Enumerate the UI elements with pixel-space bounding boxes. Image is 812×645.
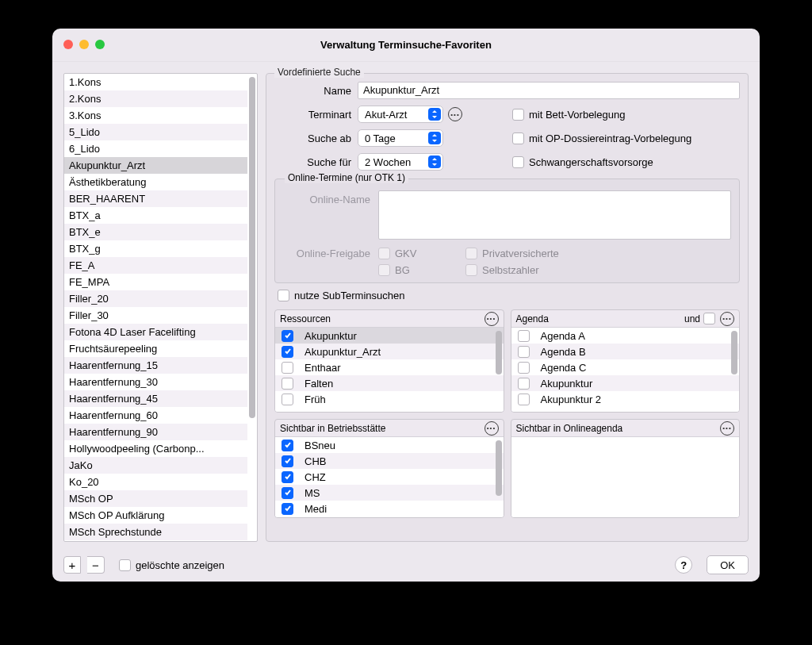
ok-button[interactable]: OK [707, 555, 749, 574]
online-legend: Online-Termine (nur OTK 1) [285, 172, 408, 183]
list-item[interactable]: Agenda C [511, 359, 740, 375]
list-item[interactable]: CHZ [275, 469, 504, 485]
nutze-sub-checkbox[interactable]: nutze SubTerminsuchen [278, 290, 740, 301]
list-item[interactable]: 2.Kons [64, 90, 247, 107]
list-item[interactable]: Filler_30 [64, 307, 247, 324]
list-item[interactable]: Haarentfernung_60 [64, 407, 247, 424]
list-item[interactable]: BTX_e [64, 224, 247, 240]
list-item[interactable]: Agenda B [511, 344, 740, 359]
list-item[interactable]: Ko_20 [64, 474, 247, 490]
gkv-checkbox[interactable]: GKV [378, 248, 465, 259]
list-item[interactable]: Akupunktur [275, 328, 504, 344]
list-item[interactable]: MSch OP [64, 490, 247, 507]
agenda-list[interactable]: Agenda AAgenda BAgenda CAkupunkturAkupun… [511, 328, 740, 412]
list-item[interactable]: CHB [275, 453, 504, 469]
list-item[interactable]: Haarentfernung_45 [64, 390, 247, 407]
checkbox[interactable] [282, 330, 293, 342]
checkbox[interactable] [282, 394, 293, 405]
list-item[interactable]: BTX_a [64, 207, 247, 224]
schwanger-checkbox[interactable]: Schwangerschaftsvorsorge [512, 156, 653, 168]
betrieb-list[interactable]: BSneuCHBCHZMSMedi [275, 437, 504, 517]
minimize-icon[interactable] [79, 40, 89, 49]
list-item[interactable]: MSch Sprechstunde [64, 524, 247, 540]
scrollbar[interactable] [731, 331, 737, 374]
scrollbar[interactable] [496, 331, 502, 374]
traffic-lights [63, 40, 105, 49]
privat-checkbox[interactable]: Privatversicherte [465, 248, 584, 259]
ressourcen-list[interactable]: AkupunkturAkupunktur_ArztEnthaarFaltenFr… [275, 328, 504, 412]
scrollbar[interactable] [496, 440, 502, 496]
list-item[interactable]: Ästhetikberatung [64, 174, 247, 190]
list-item[interactable]: Agenda A [511, 328, 740, 344]
list-item[interactable]: BTX_g [64, 240, 247, 257]
item-label: CHB [304, 455, 326, 467]
terminart-select[interactable]: Akut-Arzt [358, 106, 443, 123]
list-item[interactable]: MS [275, 485, 504, 501]
list-item[interactable]: 3.Kons [64, 107, 247, 124]
bett-checkbox[interactable]: mit Bett-Vorbelegung [512, 109, 625, 121]
suchefuer-select[interactable]: 2 Wochen [358, 153, 443, 171]
terminart-more-button[interactable]: ••• [448, 107, 462, 121]
agenda-and-checkbox[interactable] [703, 313, 715, 324]
checkbox[interactable] [282, 471, 293, 483]
bg-checkbox[interactable]: BG [378, 264, 465, 276]
list-item[interactable]: Enthaar [275, 359, 504, 375]
name-input[interactable]: Akupunktur_Arzt [358, 82, 740, 99]
list-item[interactable]: 1.Kons [64, 74, 247, 90]
checkbox[interactable] [282, 362, 293, 374]
onlineagenda-panel: Sichtbar in Onlineagenda ••• [511, 419, 741, 518]
item-label: Enthaar [304, 362, 341, 374]
zoom-icon[interactable] [95, 40, 105, 49]
checkbox[interactable] [282, 440, 293, 451]
list-item[interactable]: Fruchtsäurepeeling [64, 340, 247, 357]
list-item[interactable]: Akupunktur_Arzt [275, 344, 504, 359]
scrollbar[interactable] [249, 77, 255, 418]
list-item[interactable]: MSch OP Aufklärung [64, 507, 247, 524]
checkbox[interactable] [282, 378, 293, 390]
sucheab-label: Suche ab [274, 132, 358, 144]
onlineagenda-list[interactable] [511, 437, 740, 517]
list-item[interactable]: Hollywoodpeeling (Carbonp... [64, 440, 247, 457]
selbst-checkbox[interactable]: Selbstzahler [465, 264, 584, 276]
checkbox[interactable] [518, 346, 530, 358]
list-item[interactable]: Akupunktur 2 [511, 391, 740, 407]
list-item[interactable]: Akupunktur_Arzt [64, 157, 247, 174]
list-item[interactable]: Medi [275, 501, 504, 516]
list-item[interactable]: Haarentfernung_30 [64, 374, 247, 390]
checkbox[interactable] [282, 503, 293, 515]
agenda-more-button[interactable]: ••• [720, 312, 734, 326]
sucheab-select[interactable]: 0 Tage [358, 129, 443, 147]
list-item[interactable]: Früh [275, 391, 504, 407]
list-item[interactable]: 6_Lido [64, 140, 247, 157]
remove-button[interactable]: − [87, 556, 105, 574]
show-deleted-checkbox[interactable]: gelöschte anzeigen [119, 559, 224, 571]
list-item[interactable]: Falten [275, 375, 504, 391]
online-name-textarea[interactable] [378, 190, 731, 240]
checkbox[interactable] [518, 378, 530, 390]
list-item[interactable]: JaKo [64, 457, 247, 474]
betrieb-more-button[interactable]: ••• [485, 421, 499, 436]
help-button[interactable]: ? [675, 556, 692, 574]
list-item[interactable]: BER_HAARENT [64, 190, 247, 207]
list-item[interactable]: Haarentfernung_15 [64, 357, 247, 374]
list-item[interactable]: Haarentfernung_90 [64, 424, 247, 440]
list-item[interactable]: FE_MPA [64, 274, 247, 290]
checkbox[interactable] [518, 330, 530, 342]
close-icon[interactable] [63, 40, 73, 49]
checkbox[interactable] [518, 362, 530, 374]
checkbox[interactable] [282, 346, 293, 358]
favorites-list[interactable]: 1.Kons2.Kons3.Kons5_Lido6_LidoAkupunktur… [63, 73, 258, 542]
list-item[interactable]: BSneu [275, 437, 504, 453]
op-checkbox[interactable]: mit OP-Dossiereintrag-Vorbelegung [512, 132, 691, 144]
ressourcen-more-button[interactable]: ••• [485, 312, 499, 326]
add-button[interactable]: + [63, 556, 81, 574]
list-item[interactable]: Fotona 4D Laser Facelifting [64, 324, 247, 340]
checkbox[interactable] [282, 455, 293, 467]
list-item[interactable]: 5_Lido [64, 124, 247, 140]
onlineagenda-more-button[interactable]: ••• [720, 421, 734, 436]
list-item[interactable]: FE_A [64, 257, 247, 274]
list-item[interactable]: Akupunktur [511, 375, 740, 391]
list-item[interactable]: Filler_20 [64, 290, 247, 307]
checkbox[interactable] [282, 487, 293, 499]
checkbox[interactable] [518, 394, 530, 405]
